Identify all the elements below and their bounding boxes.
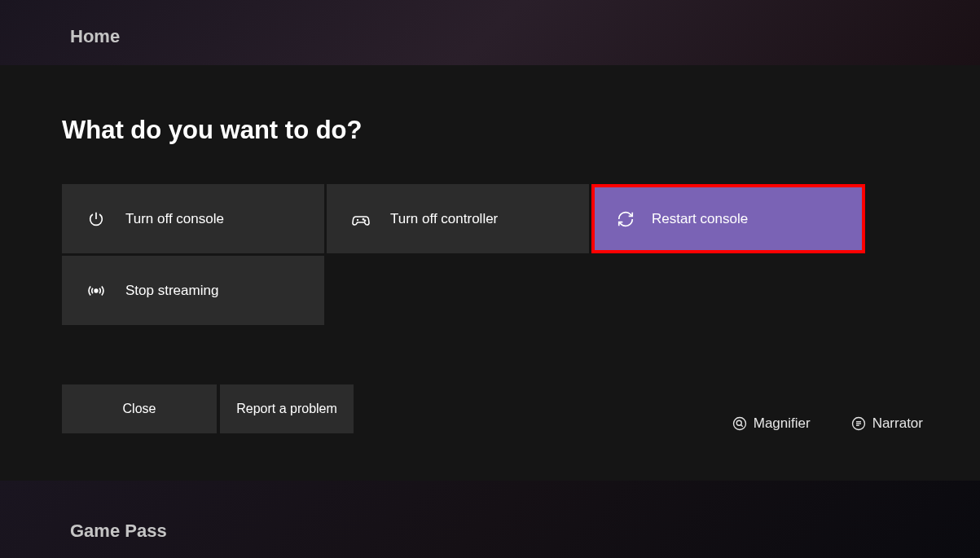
access-label: Narrator <box>872 415 923 432</box>
svg-point-2 <box>363 218 363 219</box>
power-dialog-overlay: What do you want to do? Turn off console <box>0 65 980 481</box>
power-dialog-content: What do you want to do? Turn off console <box>0 65 980 481</box>
option-label: Stop streaming <box>125 283 218 299</box>
background-top-region <box>0 0 980 65</box>
restart-console-button[interactable]: Restart console <box>591 184 865 253</box>
option-label: Turn off console <box>125 211 224 227</box>
narrator-button[interactable]: Narrator <box>851 415 923 432</box>
stop-streaming-button[interactable]: Stop streaming <box>62 256 324 325</box>
svg-line-7 <box>740 425 742 427</box>
restart-icon <box>616 209 635 229</box>
broadcast-icon <box>86 281 106 301</box>
game-pass-header-label: Game Pass <box>70 521 167 542</box>
option-grid: Turn off console Turn off controller <box>62 184 918 325</box>
svg-point-4 <box>94 289 98 292</box>
controller-icon <box>351 209 371 229</box>
background-bottom-region <box>0 481 980 558</box>
turn-off-console-button[interactable]: Turn off console <box>62 184 324 253</box>
access-label: Magnifier <box>754 415 811 432</box>
home-header-label: Home <box>70 26 120 47</box>
option-label: Turn off controller <box>390 211 498 227</box>
turn-off-controller-button[interactable]: Turn off controller <box>327 184 589 253</box>
report-problem-button[interactable]: Report a problem <box>220 384 354 433</box>
magnifier-icon <box>732 416 747 431</box>
svg-point-5 <box>733 418 745 430</box>
power-icon <box>86 209 106 229</box>
svg-point-6 <box>736 420 741 425</box>
narrator-icon <box>851 416 866 431</box>
option-label: Restart console <box>652 211 748 227</box>
close-button[interactable]: Close <box>62 384 217 433</box>
bottom-button-row: Close Report a problem <box>62 384 354 433</box>
accessibility-row: Magnifier Narrator <box>732 415 923 432</box>
magnifier-button[interactable]: Magnifier <box>732 415 811 432</box>
dialog-title: What do you want to do? <box>62 116 918 145</box>
svg-point-3 <box>364 220 365 221</box>
